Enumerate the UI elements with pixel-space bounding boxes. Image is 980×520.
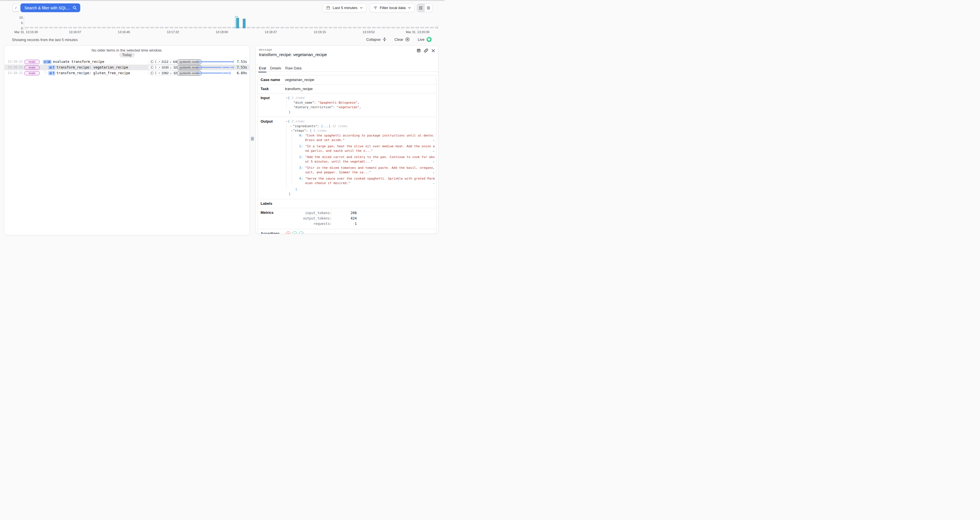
trace-list-panel: No older items in the selected time wind… xyxy=(4,45,250,235)
chevron-expanded-icon[interactable]: › xyxy=(284,120,289,124)
input-tokens-value: 2112 xyxy=(161,60,169,63)
archive-icon[interactable] xyxy=(417,48,421,53)
zero-baseline-dashed xyxy=(25,27,438,29)
clear-label: Clear xyxy=(395,37,403,42)
json-open-line: ›{ 2 items xyxy=(285,96,433,101)
chevron-collapsed-icon[interactable]: › xyxy=(290,124,293,129)
json-step-string: "Stir in the diced tomatoes and tomato p… xyxy=(305,166,436,175)
chevron-expanded-icon[interactable]: › xyxy=(289,130,294,133)
trace-row[interactable]: 13:18:11evals⊟16evaluate transform_recip… xyxy=(5,59,249,65)
y-axis-label: 10 xyxy=(16,16,23,19)
span-count-badge[interactable]: ⊞7 xyxy=(48,65,55,70)
assertion-pass-icon[interactable]: ✓ xyxy=(292,231,297,234)
metric-name: output_tokens: xyxy=(285,216,332,221)
output-json-tree[interactable]: ›{ 2 items›"ingredients": [...] 12 items… xyxy=(285,119,436,197)
json-step-item: 3:"Stir in the diced tomatoes and tomato… xyxy=(285,166,436,175)
tab-eval[interactable]: Eval xyxy=(259,66,266,72)
time-range-dropdown[interactable]: Last 5 minutes xyxy=(322,3,366,12)
input-tokens-value: 1030 xyxy=(161,66,169,69)
x-axis-label: 13:18:00 xyxy=(216,30,228,34)
detail-tabs: EvalDetailsRaw Data xyxy=(259,66,301,72)
x-axis-tick xyxy=(320,29,320,30)
chevron-expanded-icon[interactable]: › xyxy=(284,97,289,100)
histogram-bar[interactable] xyxy=(243,19,245,29)
date-chip: Today xyxy=(119,52,135,57)
task-label: Task xyxy=(261,87,285,91)
duration-bar xyxy=(198,60,234,63)
case-name-label: Case name xyxy=(261,78,285,82)
close-icon[interactable] xyxy=(431,49,435,53)
duration-bar-tick xyxy=(230,66,230,69)
axis-end-tick xyxy=(438,26,438,29)
duration-bar-tick xyxy=(228,72,229,75)
tree-view-toggle[interactable] xyxy=(417,4,425,12)
clear-button[interactable]: Clear xyxy=(395,37,410,42)
panel-resize-handle[interactable] xyxy=(251,136,254,141)
x-axis-label: 13:17:22 xyxy=(167,30,179,34)
trace-tag-evals[interactable]: evals xyxy=(24,60,40,64)
collapse-vertical-icon xyxy=(383,37,387,41)
metric-value: 208 xyxy=(332,211,357,216)
trace-row[interactable]: 13:18:11evals⊞7transform_recipe: vegetar… xyxy=(5,65,249,70)
copy-link-icon[interactable] xyxy=(424,48,428,53)
input-label: Input xyxy=(261,96,285,114)
duration-label: 7.53s xyxy=(237,65,247,70)
input-json-tree[interactable]: ›{ 2 items"dish_name": "Spaghetti Bologn… xyxy=(285,96,433,114)
list-view-toggle[interactable] xyxy=(425,4,433,12)
search-button[interactable]: Search & filter with SQL... xyxy=(21,3,80,12)
assertion-pass-icon[interactable]: ✓ xyxy=(299,231,304,234)
tree-view-icon xyxy=(419,6,423,10)
json-step-index: 1: xyxy=(299,144,303,154)
json-trailing-comma: , xyxy=(433,170,435,175)
sigma-icon: Σ xyxy=(155,60,157,63)
json-step-index: 4: xyxy=(299,176,303,186)
assertion-fail-icon[interactable]: ✕ xyxy=(286,231,291,234)
case-name-value: vegetarian_recipe xyxy=(285,78,314,82)
span-name: transform_recipe: gluten_free_recipe xyxy=(56,71,130,75)
trace-tag-evals[interactable]: evals xyxy=(24,65,40,70)
live-toggle[interactable]: Live xyxy=(418,37,431,42)
json-step-index: 3: xyxy=(299,166,303,175)
json-open-line: ›{ 2 items xyxy=(285,119,436,124)
span-count-badge[interactable]: ⊟16 xyxy=(43,60,52,64)
x-axis-label: Mar 31. 13:15:30 xyxy=(14,30,38,34)
collapse-label: Collapse xyxy=(366,37,380,42)
expand-icon: ⊞ xyxy=(49,72,52,75)
duration-bar-line xyxy=(199,61,233,62)
tabs-divider xyxy=(256,71,438,72)
trace-timestamp: 13:18:11 xyxy=(8,65,23,69)
tab-details[interactable]: Details xyxy=(270,66,281,72)
json-close-bracket: ] xyxy=(285,187,436,192)
json-close-line: } xyxy=(285,192,436,197)
x-axis-tick xyxy=(369,29,369,30)
tab-raw-data[interactable]: Raw Data xyxy=(285,66,301,72)
histogram-selection xyxy=(235,16,238,29)
records-histogram[interactable]: Mar 31. 13:15:3013:16:0713:16:4513:17:22… xyxy=(0,16,445,36)
trace-tag-evals[interactable]: evals xyxy=(24,71,40,75)
json-close-line: } xyxy=(285,110,433,115)
json-step-item: 4:"Serve the sauce over the cooked spagh… xyxy=(285,176,436,186)
output-tokens-arrow-icon: ↙ xyxy=(170,60,172,63)
view-mode-toggle xyxy=(417,3,433,12)
json-ingredients-line: ›"ingredients": [...] 12 items xyxy=(285,124,436,129)
span-name: evaluate transform_recipe xyxy=(53,60,104,64)
metric-name: input_tokens: xyxy=(285,211,332,216)
span-count: 7 xyxy=(52,72,54,75)
filter-local-data-dropdown[interactable]: Filter local data xyxy=(370,3,415,12)
input-tokens-arrow-icon: ↗ xyxy=(158,60,160,63)
span-detail-panel: message transform_recipe: vegetarian_rec… xyxy=(256,45,438,234)
metric-name: requests: xyxy=(285,221,332,227)
output-tokens-arrow-icon: ↙ xyxy=(170,72,172,75)
input-tokens-value: 1082 xyxy=(161,71,169,75)
duration-label: 6.89s xyxy=(237,71,247,75)
token-stats-badge: Σ↗1030↙323 xyxy=(148,65,181,70)
assertions-label: Assertions xyxy=(261,231,285,234)
metrics-label: Metrics xyxy=(261,211,285,227)
clear-circle-x-icon xyxy=(405,37,410,42)
span-count-badge[interactable]: ⊞7 xyxy=(48,71,55,75)
x-axis-label: Mar 31. 13:20:30 xyxy=(406,30,429,34)
trace-row[interactable]: 13:18:11evals⊞7transform_recipe: gluten_… xyxy=(5,70,249,76)
window-top-edge xyxy=(0,0,445,1)
collapse-button[interactable]: Collapse xyxy=(366,37,387,42)
no-older-items-notice: No older items in the selected time wind… xyxy=(4,48,250,52)
